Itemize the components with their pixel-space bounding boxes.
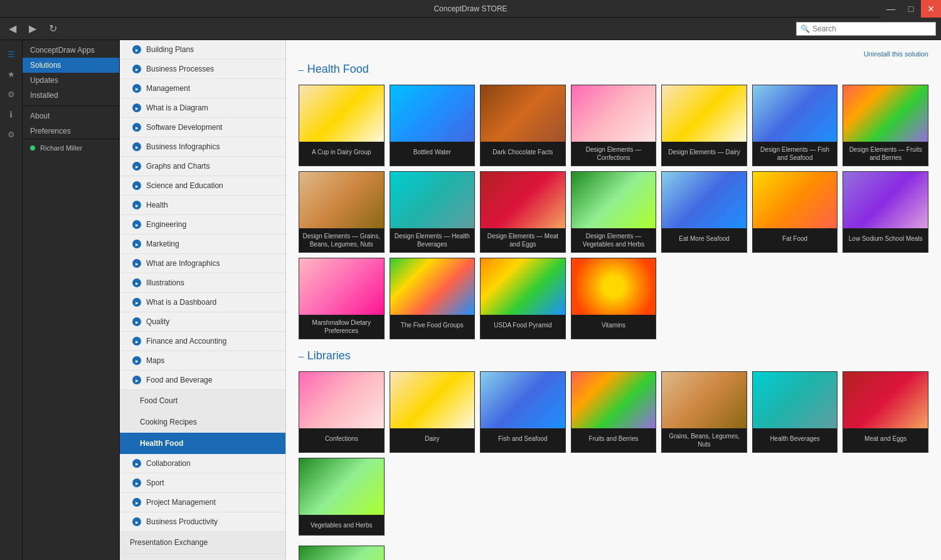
sidebar-item-label: Preferences xyxy=(30,127,71,135)
nav-item-business-infographics[interactable]: Business Infographics xyxy=(120,137,285,157)
sidebar-item-about[interactable]: About xyxy=(23,108,119,124)
info-icon[interactable]: ℹ xyxy=(3,105,20,123)
card-design-dairy[interactable]: Design Elements — Dairy xyxy=(661,85,747,166)
card-dark-chocolate[interactable]: Dark Chocolate Facts xyxy=(480,85,566,166)
card-thumbnail xyxy=(299,172,384,228)
sidebar-item-label: About xyxy=(30,112,50,120)
back-button[interactable]: ◀ xyxy=(5,21,20,36)
nav-item-food-beverage[interactable]: Food and Beverage xyxy=(120,371,285,390)
sidebar-item-apps[interactable]: ConceptDraw Apps xyxy=(23,43,119,58)
nav-item-science-education[interactable]: Science and Education xyxy=(120,176,285,196)
nav-item-label: Marketing xyxy=(146,240,179,248)
star-icon[interactable]: ★ xyxy=(3,65,20,83)
solutions-icon[interactable]: ☰ xyxy=(3,45,20,63)
refresh-button[interactable]: ↻ xyxy=(45,21,61,36)
nav-item-quality[interactable]: Quality xyxy=(120,312,285,332)
nav-item-building-plans[interactable]: Building Plans xyxy=(120,40,285,60)
card-fat-food[interactable]: Fat Food xyxy=(752,171,838,253)
nav-bullet-icon xyxy=(132,376,141,384)
nav-item-label: Software Development xyxy=(146,123,222,132)
card-bottled-water[interactable]: Bottled Water xyxy=(390,85,476,166)
nav-item-label: Health xyxy=(146,201,168,209)
search-box: 🔍 xyxy=(796,22,936,36)
nav-item-business-productivity[interactable]: Business Productivity xyxy=(120,512,285,532)
nav-item-engineering[interactable]: Engineering xyxy=(120,215,285,235)
card-five-food-groups[interactable]: The Five Food Groups xyxy=(390,258,476,339)
lib-card-grains[interactable]: Grains, Beans, Legumes, Nuts xyxy=(661,371,747,453)
title-bar: ConceptDraw STORE — □ ✕ xyxy=(0,0,941,18)
nav-item-what-is-dashboard[interactable]: What is a Dashboard xyxy=(120,293,285,312)
card-label: Low Sodium School Meals xyxy=(843,228,928,248)
lib-card-vegetables-herbs[interactable]: Vegetables and Herbs xyxy=(299,458,385,536)
card-design-vegetables-herbs[interactable]: Design Elements — Vegetables and Herbs xyxy=(571,171,657,253)
minimize-button[interactable]: — xyxy=(881,0,901,18)
window-title: ConceptDraw STORE xyxy=(433,4,507,13)
forward-button[interactable]: ▶ xyxy=(25,21,40,36)
nav-item-management[interactable]: Management xyxy=(120,79,285,98)
lib-card-fruits-berries[interactable]: Fruits and Berries xyxy=(571,371,657,453)
sidebar-divider xyxy=(23,105,119,106)
toolbar: ◀ ▶ ↻ 🔍 xyxy=(0,18,941,40)
card-label: The Five Food Groups xyxy=(390,315,475,335)
user-icon[interactable]: ⚙ xyxy=(3,85,20,103)
uninstall-link[interactable]: Uninstall this solution xyxy=(299,50,928,58)
nav-item-maps[interactable]: Maps xyxy=(120,351,285,371)
lib-card-confections[interactable]: Confections xyxy=(299,371,385,453)
sidebar-item-label: Updates xyxy=(30,76,58,85)
nav-item-sport[interactable]: Sport xyxy=(120,473,285,493)
card-dairy-cup[interactable]: A Cup in Dairy Group xyxy=(299,85,385,166)
card-design-meat-eggs[interactable]: Design Elements — Meat and Eggs xyxy=(480,171,566,253)
nav-group-word-exchange[interactable]: Word Exchange xyxy=(120,554,285,560)
card-thumbnail xyxy=(572,372,656,428)
card-label: Design Elements — Confections xyxy=(572,142,656,166)
sidebar-item-solutions[interactable]: Solutions xyxy=(23,58,119,73)
lib-card-health-beverages[interactable]: Health Beverages xyxy=(752,371,838,453)
nav-item-health[interactable]: Health xyxy=(120,196,285,215)
nav-item-illustrations[interactable]: Illustrations xyxy=(120,273,285,293)
nav-bullet-icon xyxy=(132,45,141,54)
nav-item-graphs-charts[interactable]: Graphs and Charts xyxy=(120,157,285,176)
card-design-health-beverages[interactable]: Design Elements — Health Beverages xyxy=(390,171,476,253)
card-design-confections[interactable]: Design Elements — Confections xyxy=(571,85,657,166)
card-usda-pyramid[interactable]: USDA Food Pyramid xyxy=(480,258,566,339)
section-toggle-health-food[interactable]: – xyxy=(299,65,304,75)
sidebar-item-updates[interactable]: Updates xyxy=(23,73,119,88)
section-toggle-libraries[interactable]: – xyxy=(299,351,304,361)
nav-bullet-icon xyxy=(132,317,141,326)
search-input[interactable] xyxy=(812,24,932,33)
nav-item-business-processes[interactable]: Business Processes xyxy=(120,60,285,79)
nav-item-project-management[interactable]: Project Management xyxy=(120,493,285,512)
card-image xyxy=(390,172,475,228)
card-thumbnail xyxy=(299,546,384,560)
sidebar-item-installed[interactable]: Installed xyxy=(23,88,119,103)
nav-subitem-food-court[interactable]: Food Court xyxy=(120,390,285,411)
sidebar-item-preferences[interactable]: Preferences xyxy=(23,124,119,139)
lib-card-meat-eggs[interactable]: Meat and Eggs xyxy=(843,371,928,453)
card-eat-more-seafood[interactable]: Eat More Seafood xyxy=(661,171,747,253)
gear-icon[interactable]: ⚙ xyxy=(3,125,20,143)
nav-item-software-dev[interactable]: Software Development xyxy=(120,118,285,137)
window-controls: — □ ✕ xyxy=(881,0,941,18)
user-profile[interactable]: Richard Miller xyxy=(23,139,119,157)
lib-card-fish-seafood[interactable]: Fish and Seafood xyxy=(480,371,566,453)
nav-item-marketing[interactable]: Marketing xyxy=(120,235,285,254)
lib-card-extra[interactable]: Vegetables and Herbs xyxy=(299,546,385,560)
nav-subitem-cooking-recipes[interactable]: Cooking Recipes xyxy=(120,411,285,433)
card-design-grains[interactable]: Design Elements — Grains, Beans, Legumes… xyxy=(299,171,385,253)
nav-subitem-health-food[interactable]: Health Food xyxy=(120,433,285,454)
card-design-fish-seafood[interactable]: Design Elements — Fish and Seafood xyxy=(752,85,838,166)
card-label: Design Elements — Fruits and Berries xyxy=(843,142,928,166)
nav-item-what-is-diagram[interactable]: What is a Diagram xyxy=(120,98,285,118)
nav-item-what-are-infographics[interactable]: What are Infographics xyxy=(120,254,285,273)
card-marshmallow[interactable]: Marshmallow Dietary Preferences xyxy=(299,258,385,339)
card-low-sodium[interactable]: Low Sodium School Meals xyxy=(843,171,928,253)
lib-card-dairy[interactable]: Dairy xyxy=(390,371,476,453)
nav-item-collaboration[interactable]: Collaboration xyxy=(120,454,285,473)
nav-bullet-icon xyxy=(132,298,141,307)
nav-group-presentation-exchange[interactable]: Presentation Exchange xyxy=(120,532,285,554)
nav-item-finance[interactable]: Finance and Accounting xyxy=(120,332,285,351)
card-design-fruits-berries[interactable]: Design Elements — Fruits and Berries xyxy=(843,85,928,166)
card-vitamins[interactable]: Vitamins xyxy=(571,258,657,339)
maximize-button[interactable]: □ xyxy=(901,0,921,18)
close-button[interactable]: ✕ xyxy=(921,0,941,18)
